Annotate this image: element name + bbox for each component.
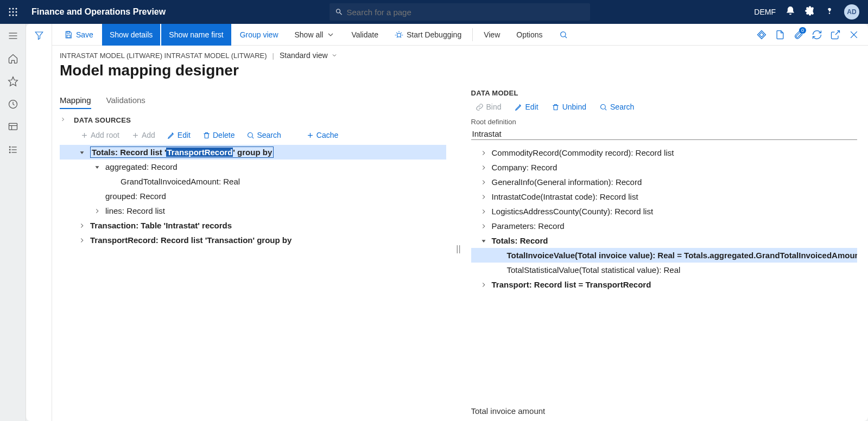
- tab-validations[interactable]: Validations: [106, 95, 145, 109]
- svg-marker-44: [96, 166, 99, 169]
- tree-node-grandtotal[interactable]: GrandTotalInvoicedAmount: Real: [60, 174, 446, 189]
- svg-marker-32: [759, 32, 764, 36]
- hamburger-icon[interactable]: [8, 30, 18, 41]
- popout-icon[interactable]: [830, 29, 841, 40]
- add-button[interactable]: Add: [127, 130, 160, 141]
- diamond-icon[interactable]: [756, 29, 767, 40]
- add-root-button[interactable]: Add root: [76, 130, 124, 141]
- tree-node-transportrecord[interactable]: TransportRecord: Record list 'Transactio…: [60, 233, 446, 247]
- svg-line-40: [252, 137, 254, 138]
- unbind-button[interactable]: Unbind: [547, 101, 591, 112]
- workspace-icon[interactable]: [8, 122, 18, 132]
- list-icon[interactable]: [8, 144, 18, 155]
- user-avatar[interactable]: AD: [844, 4, 859, 20]
- open-excel-icon[interactable]: [775, 29, 785, 40]
- edit-dm-button[interactable]: Edit: [510, 101, 543, 112]
- edit-button[interactable]: Edit: [163, 130, 195, 141]
- bell-icon[interactable]: [785, 6, 795, 18]
- svg-marker-43: [80, 151, 84, 154]
- page-title: Model mapping designer: [60, 62, 857, 79]
- clock-icon[interactable]: [8, 99, 18, 110]
- data-model-header: DATA MODEL: [471, 89, 858, 97]
- company-code[interactable]: DEMF: [754, 8, 776, 16]
- action-pane: Save Show details Show name first Group …: [52, 24, 868, 46]
- breadcrumb-path: INTRASTAT MODEL (LITWARE) INTRASTAT MODE…: [60, 52, 267, 60]
- tab-mapping[interactable]: Mapping: [60, 95, 91, 109]
- svg-rect-27: [67, 35, 70, 37]
- attachments-button[interactable]: 0: [793, 29, 804, 40]
- dm-node-totalinvoicevalue[interactable]: TotalInvoiceValue(Total invoice value): …: [471, 248, 858, 263]
- tree-node-lines[interactable]: lines: Record list: [60, 203, 446, 218]
- tree-node-transaction[interactable]: Transaction: Table 'Intrastat' records: [60, 218, 446, 233]
- filter-pane-toggle[interactable]: [26, 24, 52, 421]
- star-icon[interactable]: [8, 76, 18, 87]
- svg-marker-47: [481, 240, 485, 243]
- save-button[interactable]: Save: [56, 24, 101, 46]
- start-debugging-button[interactable]: Start Debugging: [387, 24, 469, 46]
- svg-line-46: [605, 109, 606, 110]
- svg-point-5: [16, 11, 17, 13]
- help-icon[interactable]: [825, 6, 834, 18]
- view-selector[interactable]: Standard view: [280, 51, 338, 60]
- dm-node-totals[interactable]: Totals: Record: [471, 233, 858, 248]
- svg-point-29: [560, 31, 565, 36]
- dm-node-commodity[interactable]: CommodityRecord(Commodity record): Recor…: [471, 145, 858, 160]
- action-search-button[interactable]: [552, 24, 575, 46]
- data-sources-header: DATA SOURCES: [74, 116, 131, 124]
- data-sources-tree: Totals: Record list 'TransportRecord' gr…: [60, 145, 446, 247]
- svg-point-45: [601, 104, 606, 109]
- root-definition-value[interactable]: Intrastat: [471, 128, 858, 140]
- tree-node-grouped[interactable]: grouped: Record: [60, 189, 446, 203]
- delete-button[interactable]: Delete: [198, 130, 239, 141]
- tree-node-aggregated[interactable]: aggregated: Record: [60, 160, 446, 174]
- close-icon[interactable]: [848, 29, 859, 40]
- svg-point-10: [829, 13, 829, 14]
- app-title: Finance and Operations Preview: [31, 7, 166, 17]
- dm-node-parameters[interactable]: Parameters: Record: [471, 219, 858, 233]
- group-view-button[interactable]: Group view: [232, 24, 286, 46]
- left-nav-rail: [0, 24, 26, 421]
- svg-point-3: [9, 11, 11, 13]
- data-model-panel: DATA MODEL Bind Edit Unbind Search Root …: [471, 82, 858, 416]
- svg-point-23: [9, 152, 10, 153]
- show-name-first-button[interactable]: Show name first: [161, 24, 231, 46]
- show-details-button[interactable]: Show details: [102, 24, 160, 46]
- svg-marker-25: [35, 32, 43, 40]
- bind-button[interactable]: Bind: [471, 101, 506, 112]
- dm-node-logisticsaddress[interactable]: LogisticsAddressCounty(County): Record l…: [471, 204, 858, 219]
- dm-node-totalstatisticalvalue[interactable]: TotalStatisticalValue(Total statistical …: [471, 263, 858, 277]
- options-button[interactable]: Options: [509, 24, 550, 46]
- tree-node-totals[interactable]: Totals: Record list 'TransportRecord' gr…: [60, 145, 446, 160]
- global-search-input[interactable]: [347, 8, 585, 17]
- gear-icon[interactable]: [805, 6, 815, 18]
- svg-point-4: [12, 11, 14, 13]
- chevron-right-icon[interactable]: [60, 116, 66, 124]
- svg-rect-26: [67, 31, 69, 33]
- column-resize-handle[interactable]: ||: [456, 82, 461, 416]
- dm-node-generalinfo[interactable]: GeneralInfo(General information): Record: [471, 175, 858, 189]
- dm-node-intrastatcode[interactable]: IntrastatCode(Intrastat code): Record li…: [471, 189, 858, 204]
- show-all-button[interactable]: Show all: [287, 24, 343, 46]
- search-button[interactable]: Search: [242, 130, 285, 141]
- cache-button[interactable]: Cache: [302, 130, 343, 141]
- app-launcher-icon[interactable]: [4, 3, 22, 21]
- svg-point-8: [16, 15, 17, 16]
- svg-point-0: [9, 8, 11, 10]
- svg-point-6: [9, 15, 11, 16]
- data-sources-toolbar: Add root Add Edit Delete Search Cache: [60, 127, 446, 145]
- home-icon[interactable]: [8, 53, 18, 64]
- refresh-icon[interactable]: [812, 29, 822, 40]
- svg-point-2: [16, 8, 17, 10]
- footer-description: Total invoice amount: [471, 401, 858, 416]
- validate-button[interactable]: Validate: [344, 24, 386, 46]
- search-dm-button[interactable]: Search: [595, 101, 638, 112]
- global-search[interactable]: [330, 3, 590, 21]
- dm-node-transport[interactable]: Transport: Record list = TransportRecord: [471, 277, 858, 292]
- svg-point-7: [12, 15, 14, 16]
- svg-rect-16: [9, 123, 17, 130]
- svg-point-1: [12, 8, 14, 10]
- view-button[interactable]: View: [476, 24, 508, 46]
- global-header: Finance and Operations Preview DEMF AD: [0, 0, 868, 24]
- svg-point-39: [248, 132, 253, 137]
- dm-node-company[interactable]: Company: Record: [471, 160, 858, 175]
